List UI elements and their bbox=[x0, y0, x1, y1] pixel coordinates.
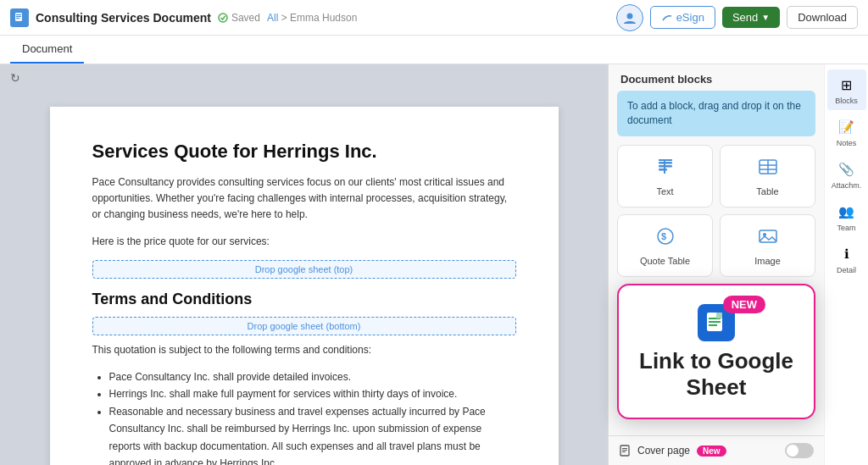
svg-rect-26 bbox=[622, 450, 627, 451]
sidebar-attachments[interactable]: 📎 Attachm. bbox=[827, 154, 866, 195]
svg-rect-25 bbox=[622, 448, 627, 449]
send-dropdown-arrow: ▼ bbox=[761, 13, 770, 22]
svg-rect-2 bbox=[16, 16, 21, 17]
refresh-button[interactable]: ↻ bbox=[2, 66, 608, 90]
blocks-grid: Text Table $ Quote Table bbox=[617, 145, 815, 277]
drop-hint: To add a block, drag and drop it on the … bbox=[617, 91, 815, 136]
sidebar-notes[interactable]: 📝 Notes bbox=[827, 112, 866, 152]
sidebar-attachments-label: Attachm. bbox=[832, 181, 862, 190]
topbar-right: eSign Send ▼ Download bbox=[616, 4, 858, 31]
google-sheet-popup[interactable]: NEW Link to Google Sheet bbox=[617, 284, 815, 419]
doc-paper: Services Quote for Herrings Inc. Pace Co… bbox=[50, 107, 559, 465]
send-button[interactable]: Send ▼ bbox=[722, 7, 780, 28]
sidebar-detail[interactable]: ℹ Detail bbox=[827, 239, 866, 280]
blocks-panel: To add a block, drag and drop it on the … bbox=[609, 91, 824, 435]
svg-text:$: $ bbox=[661, 231, 666, 241]
doc-icon bbox=[10, 8, 29, 27]
doc-area-wrapper: ↻ Services Quote for Herrings Inc. Pace … bbox=[0, 64, 608, 465]
table-block-label: Table bbox=[756, 186, 778, 197]
toggle-knob bbox=[787, 445, 798, 457]
image-block-label: Image bbox=[754, 256, 781, 266]
esign-button[interactable]: eSign bbox=[650, 6, 715, 29]
svg-point-4 bbox=[219, 14, 227, 22]
new-badge: NEW bbox=[723, 296, 765, 313]
sidebar-blocks[interactable]: ⊞ Blocks bbox=[827, 69, 866, 110]
block-quote-table[interactable]: $ Quote Table bbox=[617, 214, 713, 277]
block-table[interactable]: Table bbox=[720, 145, 815, 208]
quote-table-block-label: Quote Table bbox=[640, 256, 690, 266]
tabbar: Document bbox=[0, 36, 868, 64]
quote-table-block-icon: $ bbox=[654, 225, 676, 252]
svg-rect-21 bbox=[709, 321, 721, 323]
svg-rect-23 bbox=[716, 313, 722, 318]
doc-title-heading: Services Quote for Herrings Inc. bbox=[92, 141, 516, 163]
saved-badge: Saved bbox=[218, 12, 260, 24]
sidebar-notes-label: Notes bbox=[837, 139, 857, 147]
main-layout: ↻ Services Quote for Herrings Inc. Pace … bbox=[0, 64, 868, 465]
doc-area: Services Quote for Herrings Inc. Pace Co… bbox=[0, 90, 608, 465]
svg-rect-8 bbox=[659, 169, 667, 171]
sidebar-team[interactable]: 👥 Team bbox=[827, 197, 866, 237]
svg-rect-22 bbox=[709, 324, 717, 326]
drop-zone-bottom[interactable]: Drop google sheet (bottom) bbox=[92, 317, 516, 335]
breadcrumb-sep: > bbox=[281, 12, 290, 24]
terms-intro: This quotation is subject to the followi… bbox=[92, 342, 516, 358]
team-icon: 👥 bbox=[837, 202, 857, 222]
block-text[interactable]: Text bbox=[617, 145, 713, 208]
svg-point-5 bbox=[626, 13, 632, 19]
popup-title: Link to Google Sheet bbox=[634, 348, 798, 401]
terms-heading: Terms and Conditions bbox=[92, 291, 516, 308]
text-block-label: Text bbox=[656, 186, 673, 197]
download-button[interactable]: Download bbox=[787, 6, 858, 29]
image-block-icon bbox=[757, 225, 779, 252]
table-block-icon bbox=[757, 156, 779, 183]
breadcrumb-all[interactable]: All bbox=[267, 12, 278, 24]
detail-icon: ℹ bbox=[837, 244, 857, 264]
sidebar-blocks-label: Blocks bbox=[835, 97, 858, 105]
popup-top: NEW bbox=[634, 304, 798, 341]
svg-rect-27 bbox=[622, 451, 626, 452]
doc-price-intro: Here is the price quote for our services… bbox=[92, 234, 516, 250]
notes-icon: 📝 bbox=[837, 117, 857, 137]
sheet-icon: NEW bbox=[698, 304, 735, 341]
drop-zone-top[interactable]: Drop google sheet (top) bbox=[92, 260, 516, 279]
cover-page-new-tag: New bbox=[697, 446, 726, 457]
breadcrumb: All > Emma Hudson bbox=[267, 12, 357, 24]
topbar-left: Consulting Services Document Saved All >… bbox=[10, 8, 357, 27]
sidebar-detail-label: Detail bbox=[837, 266, 856, 274]
tab-document[interactable]: Document bbox=[10, 36, 84, 64]
cover-page-icon bbox=[619, 445, 631, 457]
svg-rect-1 bbox=[16, 14, 21, 15]
breadcrumb-user: Emma Hudson bbox=[290, 12, 357, 24]
terms-list: Pace Consultancy Inc. shall provide deta… bbox=[92, 368, 516, 465]
blocks-sidebar: ⊞ Blocks 📝 Notes 📎 Attachm. 👥 Team ℹ Det… bbox=[824, 64, 868, 465]
bottom-panel: Cover page New bbox=[609, 435, 824, 465]
attachments-icon: 📎 bbox=[837, 159, 857, 180]
google-sheet-popup-container: NEW Link to Google Sheet bbox=[617, 284, 815, 419]
right-panel: Document blocks To add a block, drag and… bbox=[608, 64, 824, 465]
doc-title: Consulting Services Document bbox=[36, 11, 211, 25]
doc-intro: Pace Consultancy provides consulting ser… bbox=[92, 174, 516, 224]
saved-text: Saved bbox=[231, 12, 260, 24]
sidebar-team-label: Team bbox=[837, 224, 855, 232]
doc-blocks-header: Document blocks bbox=[609, 64, 824, 91]
doc-blocks-title: Document blocks bbox=[620, 73, 712, 86]
right-outer: Document blocks To add a block, drag and… bbox=[608, 64, 868, 465]
cover-page-row: Cover page New bbox=[619, 445, 726, 457]
bullet2: Herrings Inc. shall make full payment fo… bbox=[109, 385, 516, 402]
cover-page-label: Cover page bbox=[637, 445, 690, 457]
svg-rect-3 bbox=[16, 18, 19, 19]
bullet3: Reasonable and necessary business and tr… bbox=[109, 403, 516, 465]
topbar: Consulting Services Document Saved All >… bbox=[0, 0, 868, 36]
bullet1: Pace Consultancy Inc. shall provide deta… bbox=[109, 368, 516, 385]
text-block-icon bbox=[654, 156, 676, 183]
blocks-icon: ⊞ bbox=[837, 75, 857, 95]
svg-rect-17 bbox=[760, 230, 776, 242]
cover-page-toggle[interactable] bbox=[785, 443, 814, 458]
block-image[interactable]: Image bbox=[720, 214, 815, 277]
avatar-button[interactable] bbox=[616, 4, 643, 31]
